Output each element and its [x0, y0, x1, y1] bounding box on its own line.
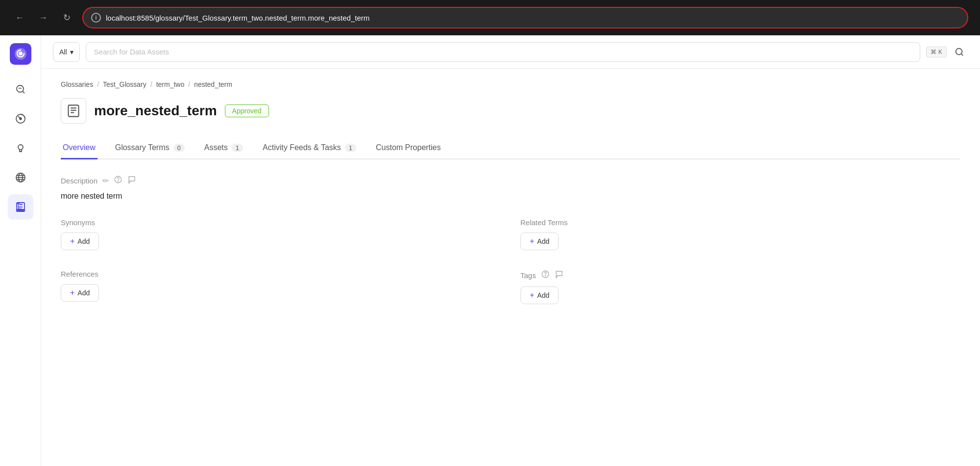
breadcrumb-sep-2: /: [150, 80, 152, 88]
breadcrumb-nested-term[interactable]: nested_term: [194, 80, 232, 88]
tags-plus-icon: +: [530, 291, 534, 300]
svg-point-22: [118, 181, 118, 181]
description-section: Description ✏: [61, 175, 960, 201]
kbd1: ⌘: [931, 49, 936, 55]
tags-add-label: Add: [537, 291, 549, 299]
svg-point-24: [545, 275, 545, 276]
related-terms-label: Related Terms: [520, 218, 960, 227]
tab-overview[interactable]: Overview: [61, 137, 98, 159]
description-help-icon[interactable]: [114, 175, 122, 186]
tab-custom-properties[interactable]: Custom Properties: [374, 137, 443, 159]
related-terms-plus-icon: +: [530, 237, 534, 246]
tab-glossary-terms-label: Glossary Terms: [115, 143, 170, 152]
edit-description-icon[interactable]: ✏: [102, 176, 109, 185]
tags-section: Tags: [520, 270, 960, 304]
tab-assets-badge: 1: [232, 144, 243, 152]
forward-button[interactable]: →: [35, 10, 51, 26]
breadcrumb: Glossaries / Test_Glossary / term_two / …: [61, 80, 960, 88]
app-logo[interactable]: [10, 43, 31, 65]
tabs: Overview Glossary Terms 0 Assets 1 Activ…: [61, 137, 960, 159]
breadcrumb-glossaries[interactable]: Glossaries: [61, 80, 93, 88]
search-button[interactable]: [951, 43, 968, 61]
sidebar-item-glossary[interactable]: [8, 194, 33, 220]
sidebar-item-global[interactable]: [8, 165, 33, 190]
sidebar-item-analytics[interactable]: [8, 106, 33, 131]
browser-chrome: ← → ↻ i localhost:8585/glossary/Test_Glo…: [0, 0, 980, 35]
sidebar: [0, 35, 41, 466]
tab-glossary-terms[interactable]: Glossary Terms 0: [113, 137, 187, 159]
tags-label: Tags: [520, 270, 960, 281]
breadcrumb-sep-1: /: [97, 80, 99, 88]
description-comment-icon[interactable]: [127, 175, 136, 186]
breadcrumb-term-two[interactable]: term_two: [156, 80, 185, 88]
synonyms-section: Synonyms + Add: [61, 218, 501, 250]
keyboard-shortcut: ⌘ K: [926, 47, 947, 57]
address-text: localhost:8585/glossary/Test_Glossary.te…: [106, 14, 959, 22]
references-add-label: Add: [77, 289, 90, 297]
refresh-button[interactable]: ↻: [59, 10, 74, 26]
app-layout: All ▾ Search for Data Assets ⌘ K: [0, 35, 980, 466]
kbd2: K: [938, 49, 942, 55]
info-icon: i: [91, 13, 101, 23]
tab-glossary-terms-badge: 0: [173, 144, 185, 152]
sidebar-item-insights[interactable]: [8, 135, 33, 161]
main-content: All ▾ Search for Data Assets ⌘ K: [41, 35, 980, 466]
svg-point-1: [19, 52, 23, 55]
svg-point-4: [20, 118, 22, 120]
references-section: References + Add: [61, 270, 501, 304]
filter-label: All: [59, 48, 67, 56]
tab-assets-label: Assets: [204, 143, 228, 152]
description-label-text: Description: [61, 177, 98, 185]
tags-add-button[interactable]: + Add: [520, 286, 559, 304]
synonyms-plus-icon: +: [70, 237, 74, 246]
references-plus-icon: +: [70, 288, 74, 297]
tab-activity-feeds-badge: 1: [345, 144, 356, 152]
tags-label-text: Tags: [520, 271, 536, 280]
synonyms-label-text: Synonyms: [61, 218, 95, 227]
search-input[interactable]: Search for Data Assets: [86, 42, 920, 62]
tab-activity-feeds[interactable]: Activity Feeds & Tasks 1: [261, 137, 358, 159]
tab-activity-feeds-label: Activity Feeds & Tasks: [263, 143, 341, 152]
search-placeholder: Search for Data Assets: [94, 48, 169, 56]
svg-rect-17: [69, 105, 79, 116]
search-filter-dropdown[interactable]: All ▾: [53, 42, 80, 62]
status-badge: Approved: [225, 104, 269, 117]
related-terms-add-button[interactable]: + Add: [520, 233, 559, 250]
synonyms-label: Synonyms: [61, 218, 501, 227]
tab-overview-label: Overview: [63, 143, 96, 152]
tab-assets[interactable]: Assets 1: [202, 137, 245, 159]
related-terms-section: Related Terms + Add: [520, 218, 960, 250]
references-label: References: [61, 270, 501, 278]
svg-point-16: [956, 48, 962, 54]
page-title: more_nested_term: [94, 103, 217, 119]
description-label: Description ✏: [61, 175, 960, 186]
references-label-text: References: [61, 270, 98, 278]
related-terms-add-label: Add: [537, 237, 549, 245]
tags-help-icon[interactable]: [541, 270, 550, 281]
term-icon: [61, 98, 86, 124]
sidebar-item-search[interactable]: [8, 77, 33, 102]
tags-comment-icon[interactable]: [555, 270, 564, 281]
synonyms-add-label: Add: [77, 237, 90, 245]
synonyms-related-row: Synonyms + Add Related Terms + Add: [61, 218, 960, 250]
breadcrumb-sep-3: /: [188, 80, 190, 88]
top-bar: All ▾ Search for Data Assets ⌘ K: [41, 35, 980, 69]
references-tags-row: References + Add Tags: [61, 270, 960, 304]
synonyms-add-button[interactable]: + Add: [61, 233, 99, 250]
description-text: more nested term: [61, 192, 960, 201]
address-bar[interactable]: i localhost:8585/glossary/Test_Glossary.…: [82, 7, 968, 28]
tab-custom-properties-label: Custom Properties: [376, 143, 441, 152]
svg-rect-14: [17, 209, 24, 211]
breadcrumb-test-glossary[interactable]: Test_Glossary: [103, 80, 147, 88]
back-button[interactable]: ←: [12, 10, 27, 26]
svg-point-5: [18, 145, 23, 150]
search-right: ⌘ K: [926, 43, 968, 61]
references-add-button[interactable]: + Add: [61, 284, 99, 302]
page-content: Glossaries / Test_Glossary / term_two / …: [41, 69, 980, 466]
page-header: more_nested_term Approved: [61, 98, 960, 124]
chevron-down-icon: ▾: [70, 48, 74, 56]
svg-point-2: [17, 85, 24, 92]
related-terms-label-text: Related Terms: [520, 218, 567, 227]
